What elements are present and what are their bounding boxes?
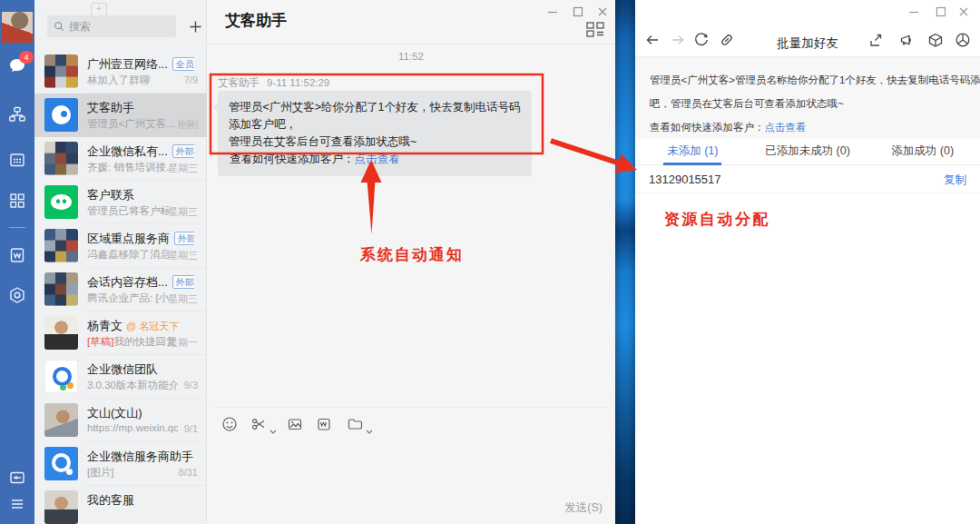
chat-preview: https://mp.weixin.qq....: [87, 422, 178, 433]
chevron-down-icon[interactable]: [270, 422, 277, 428]
message-line-text: 查看如何快速添加客户：: [230, 153, 355, 165]
wecom-main-window: 4: [0, 0, 615, 524]
chat-title: 会话内容存档...: [87, 275, 168, 289]
chat-title: 文山(文山): [87, 406, 142, 420]
chat-time: 刚刚: [178, 118, 198, 132]
message-line: 查看如何快速添加客户：点击查看: [229, 151, 521, 168]
send-button[interactable]: 发送(S): [564, 500, 603, 516]
chat-preview: 腾讯企业产品: [小...: [87, 292, 178, 305]
list-item[interactable]: 杨青文@ 名冠天下 [草稿]我的快捷回复 星期一: [34, 311, 207, 355]
list-item[interactable]: 文山(文山) https://mp.weixin.qq.... 9/1: [34, 399, 207, 442]
list-item[interactable]: 4 企业微信私有...外部 齐媛: 销售培训接... 星期三: [34, 137, 207, 181]
close-button[interactable]: [596, 5, 609, 18]
chat-title: 企业微信私有...: [87, 144, 168, 158]
chat-time: 7/9: [184, 74, 198, 85]
split-view-icon[interactable]: [586, 22, 605, 37]
group-avatar: 4: [44, 142, 78, 175]
group-avatar: [44, 272, 78, 306]
browser-shield-icon[interactable]: [955, 32, 971, 48]
view-details-link[interactable]: 点击查看: [355, 153, 400, 165]
minimize-button[interactable]: [907, 5, 920, 18]
chat-title: 艾客助手: [87, 101, 134, 114]
message-timestamp: 9-11 11:52:29: [267, 77, 329, 88]
aike-assistant-avatar: [44, 98, 78, 132]
phone-number: 13129015517: [649, 173, 721, 186]
share-icon[interactable]: [867, 32, 884, 48]
notice-line: 管理员<广州艾客>管理员名称给你分配了1个好友，快去复制电话号码添加客户: [650, 68, 965, 92]
cube-icon[interactable]: [927, 32, 944, 48]
add-chat-button[interactable]: [185, 16, 205, 36]
maximize-button[interactable]: [572, 5, 584, 18]
emoji-icon[interactable]: [221, 416, 238, 432]
chat-time: 星期三: [168, 205, 198, 219]
chat-window: 艾客助手 11:52 艾客助手9-11 11:52:29 管理员<广州艾客>给你…: [207, 0, 615, 524]
copy-button[interactable]: 复制: [944, 173, 966, 188]
left-nav: 4: [0, 0, 34, 524]
tag-badge: 外部: [172, 275, 194, 289]
contact-avatar: [44, 490, 78, 524]
list-item[interactable]: 企业微信服务商助手 [图片] 8/31: [34, 442, 207, 486]
customer-contact-avatar: [44, 185, 78, 219]
folder-icon[interactable]: [347, 416, 363, 432]
ghost-plus-icon: +: [91, 3, 107, 16]
chat-time: 星期三: [168, 162, 198, 175]
chat-window-title: 艾客助手: [225, 10, 287, 31]
chat-toolbar: [214, 407, 608, 437]
chat-unread-badge: 4: [19, 51, 34, 64]
contact-avatar: [44, 403, 78, 437]
message-line: 管理员在艾客后台可查看添加状态哦~: [229, 133, 521, 151]
chat-time: 星期三: [168, 292, 198, 306]
chat-preview: [图片]: [87, 466, 178, 480]
workbench-icon[interactable]: [8, 192, 26, 210]
chat-time: 9/1: [184, 423, 198, 434]
minimize-button[interactable]: [546, 5, 559, 18]
list-item[interactable]: 我的客服: [34, 486, 207, 524]
app-hexagon-icon[interactable]: [8, 286, 26, 304]
chat-preview: 管理员<广州艾客...: [87, 117, 178, 131]
list-item[interactable]: 区域重点服务商外部 冯鑫磊移除了消息... 星期三: [34, 224, 207, 268]
docs-icon[interactable]: [8, 246, 26, 264]
plus-icon: [189, 20, 202, 34]
list-item-selected[interactable]: 艾客助手 管理员<广州艾客... 刚刚: [34, 94, 207, 137]
batch-add-friends-window: 批量加好友 管理员<广州艾客>管理员名称给你分配了1个好友，快去复制电话号码添加…: [635, 0, 980, 524]
close-button[interactable]: [957, 5, 970, 18]
settings-slider-icon[interactable]: [8, 469, 26, 487]
group-avatar: [44, 229, 78, 262]
chat-title: 企业微信服务商助手: [87, 450, 193, 463]
contact-avatar: [44, 316, 78, 350]
phone-row: 13129015517 复制: [635, 165, 980, 193]
tab-added-unsuccessful[interactable]: 已添加未成功 (0): [750, 139, 866, 164]
chat-preview: 林加入了群聊: [87, 74, 178, 87]
header-divider: [207, 44, 615, 44]
time-divider: 11:52: [207, 51, 615, 62]
search-input[interactable]: 搜索: [47, 15, 176, 37]
list-item[interactable]: 会话内容存档...外部 腾讯企业产品: [小... 星期三: [34, 268, 207, 311]
view-guide-link[interactable]: 点击查看: [765, 122, 807, 133]
avatar[interactable]: [2, 12, 33, 43]
chat-title: 客户联系: [87, 188, 134, 202]
image-icon[interactable]: [287, 416, 303, 432]
screenshot-scissors-icon[interactable]: [250, 416, 267, 432]
chat-preview: 管理员已将客户标...: [87, 204, 178, 218]
list-item[interactable]: 客户联系 管理员已将客户标... 星期三: [34, 181, 207, 224]
list-item[interactable]: 企业微信团队 3.0.30版本新功能介绍 9/3: [34, 355, 207, 399]
menu-hamburger-icon[interactable]: [8, 495, 26, 513]
mention-suffix: @ 名冠天下: [126, 321, 179, 331]
tab-not-added[interactable]: 未添加 (1): [635, 139, 750, 164]
chat-time: 9/3: [184, 380, 198, 391]
doc-icon[interactable]: [316, 416, 332, 432]
calendar-icon[interactable]: [8, 151, 26, 169]
chat-title: 我的客服: [87, 493, 134, 507]
notice-line: 吧，管理员在艾客后台可查看添加状态哦~: [650, 92, 965, 115]
service-assistant-avatar: [44, 447, 78, 480]
megaphone-icon[interactable]: [898, 32, 915, 48]
chat-title: 杨青文: [87, 319, 122, 332]
chat-title: 广州壹豆网络...: [87, 57, 168, 71]
tab-added-success[interactable]: 添加成功 (0): [865, 139, 980, 164]
maximize-button[interactable]: [935, 5, 947, 18]
chat-time: 8/31: [179, 467, 198, 478]
message-sender: 艾客助手: [218, 77, 260, 88]
list-item[interactable]: 广州壹豆网络...全员 林加入了群聊 7/9: [34, 50, 207, 94]
chevron-down-icon[interactable]: [366, 422, 373, 428]
contacts-icon[interactable]: [8, 105, 26, 124]
